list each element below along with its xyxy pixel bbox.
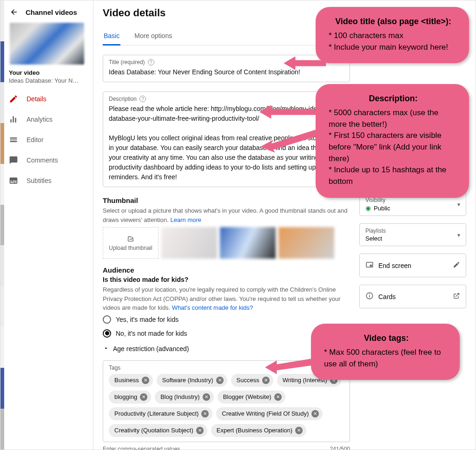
annotation-line: * Include up to 15 hashtags at the botto…	[329, 164, 458, 187]
annotation-heading: Description:	[329, 92, 458, 104]
close-icon[interactable]: ✕	[274, 393, 282, 401]
back-label: Channel videos	[26, 8, 77, 16]
desc-value[interactable]: Please read the whole article here: http…	[109, 104, 344, 182]
svg-rect-3	[369, 295, 370, 298]
close-icon[interactable]: ✕	[196, 427, 204, 434]
description-field[interactable]: Description ? Please read the whole arti…	[103, 91, 350, 187]
nav-details[interactable]: Details	[0, 89, 93, 109]
close-icon[interactable]: ✕	[262, 377, 270, 384]
age-restriction-label: Age restriction (advanced)	[113, 345, 189, 352]
back-arrow-icon	[10, 8, 18, 16]
desc-label-text: Description	[109, 96, 137, 102]
thumbnail-heading: Thumbnail	[103, 196, 350, 204]
tag-chip[interactable]: blogging✕	[109, 391, 151, 404]
end-screen-icon	[365, 261, 374, 270]
tag-chip-label: Blog (Industry)	[160, 393, 200, 400]
nav-label: Editor	[26, 136, 44, 143]
tag-chip-label: Productivity (Literature Subject)	[114, 410, 198, 417]
nav-subtitles[interactable]: Subtitles	[0, 170, 93, 191]
close-icon[interactable]: ✕	[216, 377, 224, 384]
nav-label: Details	[26, 95, 46, 103]
tab-basic[interactable]: Basic	[103, 27, 120, 46]
playlists-select[interactable]: Playlists Select ▼	[359, 223, 466, 246]
thumbnail-option[interactable]	[278, 227, 334, 259]
your-video-title: Ideas Database: Your N…	[0, 76, 93, 89]
sidebar-back-row[interactable]: Channel videos	[0, 4, 93, 23]
nav-analytics[interactable]: Analytics	[0, 109, 93, 130]
svg-rect-4	[369, 294, 370, 295]
nav-label: Comments	[26, 157, 58, 164]
tag-chip[interactable]: Expert (Business Operation)✕	[211, 424, 306, 437]
audience-whats-link[interactable]: What's content made for kids?	[172, 304, 253, 311]
close-icon[interactable]: ✕	[295, 427, 303, 434]
annotation-tags: Video tags: * Max 500 characters (feel f…	[311, 324, 460, 380]
close-icon[interactable]: ✕	[311, 410, 319, 417]
help-icon[interactable]: ?	[148, 59, 154, 65]
radio-yes-kids[interactable]: Yes, it's made for kids	[103, 313, 350, 326]
radio-label: No, it's not made for kids	[116, 330, 187, 337]
visibility-label: Visibility	[365, 197, 460, 203]
analytics-icon	[9, 115, 18, 124]
thumbnail-option[interactable]	[161, 227, 217, 259]
title-label-text: Title (required)	[109, 59, 145, 65]
tag-chip[interactable]: Blog (Industry)✕	[155, 391, 214, 404]
tag-chip-label: Business	[114, 377, 139, 384]
end-screen-button[interactable]: End screen	[359, 254, 466, 277]
end-screen-label: End screen	[378, 262, 411, 269]
main: Video details Basic More options Title (…	[93, 0, 476, 450]
annotation-line: * First 150 characters are visible befor…	[329, 130, 458, 164]
your-video-label: Your video	[0, 69, 93, 76]
audience-question: Is this video made for kids?	[103, 276, 350, 283]
tag-chip[interactable]: Creative Writing (Field Of Study)✕	[216, 407, 323, 420]
video-thumbnail-preview	[10, 23, 84, 65]
tag-chip-label: Blogger (Website)	[223, 393, 271, 400]
tag-chip[interactable]: Productivity (Literature Subject)✕	[109, 407, 212, 420]
pencil-icon	[9, 94, 18, 104]
thumbnail-option[interactable]	[220, 227, 276, 259]
annotation-heading: Video title (also page <title>):	[329, 15, 458, 27]
main-left-column: Video details Basic More options Title (…	[103, 7, 350, 445]
visibility-value-row: ◉ Public	[365, 204, 460, 212]
close-icon[interactable]: ✕	[203, 393, 210, 401]
tag-chip-label: Software (Industry)	[162, 377, 213, 384]
tag-chip[interactable]: Business✕	[109, 374, 153, 387]
tag-chip[interactable]: Blogger (Website)✕	[218, 391, 285, 404]
caret-down-icon: ▼	[456, 202, 461, 207]
upload-thumbnail-button[interactable]: Upload thumbnail	[103, 227, 159, 259]
tag-chip[interactable]: Creativity (Quotation Subject)✕	[109, 424, 207, 437]
close-icon[interactable]: ✕	[201, 410, 209, 417]
field-label: Title (required) ?	[109, 59, 344, 65]
help-icon[interactable]: ?	[139, 96, 146, 102]
annotation-line: * 100 characters max	[329, 30, 458, 42]
tag-chip[interactable]: Success✕	[231, 374, 273, 387]
annotation-line: * 5000 characters max (use the more the …	[329, 107, 458, 130]
page-title: Video details	[103, 7, 350, 19]
radio-icon	[103, 329, 111, 338]
tags-chips: Business✕Software (Industry)✕Success✕Wri…	[109, 374, 344, 437]
title-field[interactable]: Title (required) ? Ideas Database: Your …	[103, 55, 350, 82]
nav-comments[interactable]: Comments	[0, 150, 93, 170]
tags-footer: Enter comma-separated values 241/500	[103, 446, 350, 450]
visibility-value: Public	[374, 205, 390, 212]
upload-thumbnail-label: Upload thumbnail	[109, 245, 152, 251]
annotation-title: Video title (also page <title>): * 100 c…	[316, 7, 469, 63]
tab-more-options[interactable]: More options	[133, 27, 173, 45]
tag-chip[interactable]: Software (Industry)✕	[157, 374, 227, 387]
tags-counter: 241/500	[330, 446, 350, 450]
close-icon[interactable]: ✕	[142, 377, 149, 384]
thumbnail-learn-link[interactable]: Learn more	[171, 216, 201, 223]
cards-button[interactable]: Cards	[359, 285, 466, 308]
annotation-line: * Include your main keyword here!	[329, 42, 458, 53]
audience-heading: Audience	[103, 266, 350, 274]
nav-editor[interactable]: Editor	[0, 130, 93, 150]
audience-sub: Regardless of your location, you're lega…	[103, 285, 350, 313]
cards-label: Cards	[378, 293, 396, 300]
annotation-description: Description: * 5000 characters max (use …	[316, 84, 469, 198]
tabs: Basic More options	[103, 27, 350, 46]
close-icon[interactable]: ✕	[140, 393, 147, 401]
tags-label: Tags	[109, 365, 344, 371]
playlists-label: Playlists	[365, 228, 460, 234]
title-value[interactable]: Ideas Database: Your Never Ending Source…	[109, 67, 344, 77]
editor-icon	[9, 135, 18, 144]
image-add-icon	[126, 235, 135, 244]
